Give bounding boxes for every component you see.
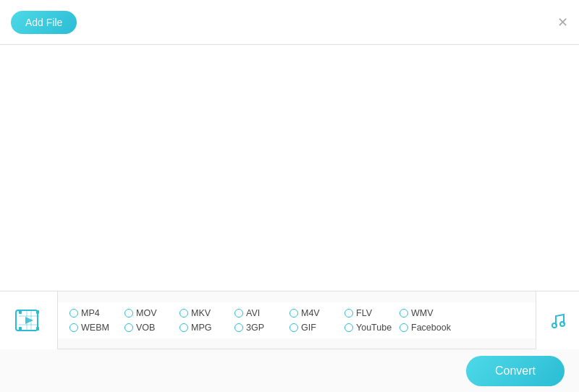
file-drop-area <box>0 45 579 291</box>
top-bar: Add File ✕ <box>0 0 579 45</box>
format-radio-mov <box>124 309 133 318</box>
format-label-vob: VOB <box>136 323 155 333</box>
format-label-facebook: Facebook <box>411 323 451 333</box>
format-radio-youtube <box>345 323 353 332</box>
format-row-2: WEBMVOBMPG3GPGIFYouTubeFacebook <box>69 323 524 333</box>
format-option-3gp[interactable]: 3GP <box>234 323 285 333</box>
format-option-mov[interactable]: MOV <box>124 308 175 318</box>
format-option-m4v[interactable]: M4V <box>290 308 340 318</box>
svg-rect-3 <box>19 327 22 331</box>
format-label-mkv: MKV <box>191 308 211 318</box>
video-icon-container <box>0 291 58 349</box>
format-label-3gp: 3GP <box>246 323 264 333</box>
format-option-webm[interactable]: WEBM <box>69 323 120 333</box>
format-option-flv[interactable]: FLV <box>345 308 395 318</box>
svg-point-10 <box>552 323 557 328</box>
format-option-avi[interactable]: AVI <box>234 308 285 318</box>
format-label-mp4: MP4 <box>81 308 100 318</box>
format-label-youtube: YouTube <box>356 323 392 333</box>
format-label-mpg: MPG <box>191 323 211 333</box>
svg-rect-2 <box>36 310 39 314</box>
format-option-vob[interactable]: VOB <box>124 323 175 333</box>
format-radio-3gp <box>234 323 243 332</box>
format-option-mkv[interactable]: MKV <box>179 308 230 318</box>
format-radio-avi <box>234 309 243 318</box>
format-radio-gif <box>290 323 298 332</box>
audio-icon-container <box>536 291 579 349</box>
format-option-mpg[interactable]: MPG <box>179 323 230 333</box>
format-label-gif: GIF <box>301 323 316 333</box>
format-radio-facebook <box>400 323 408 332</box>
convert-button[interactable]: Convert <box>466 356 565 386</box>
format-radio-mkv <box>179 309 188 318</box>
format-label-wmv: WMV <box>411 308 434 318</box>
format-label-m4v: M4V <box>301 308 320 318</box>
format-radio-vob <box>124 323 133 332</box>
format-options: MP4MOVMKVAVIM4VFLVWMV WEBMVOBMPG3GPGIFYo… <box>58 302 536 338</box>
format-option-mp4[interactable]: MP4 <box>69 308 120 318</box>
format-option-youtube[interactable]: YouTube <box>345 323 395 333</box>
close-button[interactable]: ✕ <box>557 16 568 29</box>
format-radio-wmv <box>400 309 408 318</box>
video-icon <box>14 305 44 336</box>
svg-point-11 <box>560 322 565 326</box>
format-label-webm: WEBM <box>81 323 109 333</box>
format-radio-flv <box>345 309 353 318</box>
format-label-avi: AVI <box>246 308 260 318</box>
format-option-gif[interactable]: GIF <box>290 323 340 333</box>
format-radio-mp4 <box>69 309 78 318</box>
format-radio-webm <box>69 323 78 332</box>
format-bar: MP4MOVMKVAVIM4VFLVWMV WEBMVOBMPG3GPGIFYo… <box>0 291 579 349</box>
format-label-mov: MOV <box>136 308 156 318</box>
svg-rect-4 <box>36 327 39 331</box>
bottom-panel: MP4MOVMKVAVIM4VFLVWMV WEBMVOBMPG3GPGIFYo… <box>0 291 579 392</box>
add-file-button[interactable]: Add File <box>11 11 77 34</box>
format-option-facebook[interactable]: Facebook <box>400 323 451 333</box>
convert-row: Convert <box>0 349 579 392</box>
format-label-flv: FLV <box>356 308 372 318</box>
format-radio-m4v <box>290 309 298 318</box>
audio-icon <box>546 309 570 332</box>
svg-rect-1 <box>19 310 22 314</box>
format-option-wmv[interactable]: WMV <box>400 308 450 318</box>
format-radio-mpg <box>179 323 188 332</box>
format-row-1: MP4MOVMKVAVIM4VFLVWMV <box>69 308 524 318</box>
